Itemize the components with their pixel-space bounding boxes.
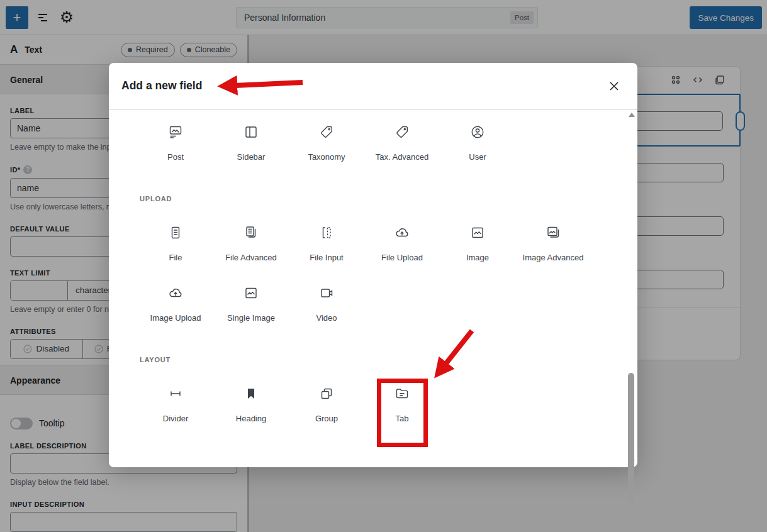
field-type-label: Image [466,253,489,262]
field-type-image-upload[interactable]: Image Upload [138,285,213,326]
field-type-label: Image Upload [150,313,201,323]
post-icon [168,125,183,140]
field-type-tax-advanced[interactable]: Tax. Advanced [364,125,440,165]
scrollbar-thumb[interactable] [628,373,634,502]
image-advanced-icon [546,225,561,240]
divider-icon [168,386,183,401]
field-type-image[interactable]: Image [440,225,515,265]
field-type-grid: FileFile AdvancedFile InputFile UploadIm… [138,225,595,326]
field-type-user[interactable]: User [440,125,515,165]
group-icon [319,386,334,401]
field-type-label: Divider [163,414,188,423]
modal-scrollbar [627,111,635,465]
field-type-file[interactable]: File [138,225,213,265]
sidebar-icon [244,125,259,140]
modal-section-label-upload: UPLOAD [140,195,637,202]
field-type-label: Tax. Advanced [376,152,429,162]
field-type-file-input[interactable]: File Input [289,225,364,265]
field-type-video[interactable]: Video [289,285,364,326]
field-type-heading[interactable]: Heading [213,386,289,426]
tab-icon [395,386,410,401]
field-type-file-advanced[interactable]: File Advanced [213,225,289,265]
field-type-group[interactable]: Group [289,386,364,426]
close-icon[interactable] [607,79,621,93]
field-type-file-upload[interactable]: File Upload [364,225,440,265]
cloud-upload-icon [168,285,183,301]
tag-icon [395,125,410,140]
field-type-label: Taxonomy [308,152,345,162]
field-type-label: User [469,152,486,162]
field-type-label: File Advanced [225,253,277,262]
field-type-single-image[interactable]: Single Image [213,285,289,326]
scroll-up-icon[interactable] [629,113,635,117]
field-type-label: Single Image [227,313,275,323]
field-type-label: File Input [310,253,343,262]
field-type-grid: PostSidebarTaxonomyTax. AdvancedUser [138,125,595,165]
field-type-label: Sidebar [237,152,266,162]
field-type-label: Group [315,414,338,423]
field-type-label: Post [167,152,184,162]
video-icon [319,285,334,301]
image-icon [244,285,259,301]
field-type-label: Tab [396,414,409,423]
file-input-icon [319,225,334,240]
field-type-label: File [169,253,182,262]
field-type-sidebar[interactable]: Sidebar [213,125,289,165]
field-type-post[interactable]: Post [138,125,213,165]
field-type-label: Image Advanced [523,253,584,262]
file-icon [168,225,183,240]
modal-title: Add a new field [121,79,202,92]
heading-icon [244,386,259,401]
field-type-label: File Upload [381,253,423,262]
user-icon [470,125,485,140]
modal-section-label-layout: LAYOUT [140,356,637,363]
field-type-taxonomy[interactable]: Taxonomy [289,125,364,165]
field-type-image-advanced[interactable]: Image Advanced [515,225,591,265]
field-type-tab[interactable]: Tab [364,386,440,426]
field-type-label: Heading [236,414,266,423]
file-advanced-icon [244,225,259,240]
field-type-grid: DividerHeadingGroupTab [138,386,595,426]
modal-body-sections: PostSidebarTaxonomyTax. AdvancedUserUPLO… [109,110,637,467]
field-type-label: Video [316,313,337,323]
add-field-modal: Add a new field PostSidebarTaxonomyTax. … [109,63,637,467]
image-icon [470,225,485,240]
cloud-upload-icon [395,225,410,240]
tag-icon [319,125,334,140]
field-type-divider[interactable]: Divider [138,386,213,426]
modal-header: Add a new field [109,63,637,110]
